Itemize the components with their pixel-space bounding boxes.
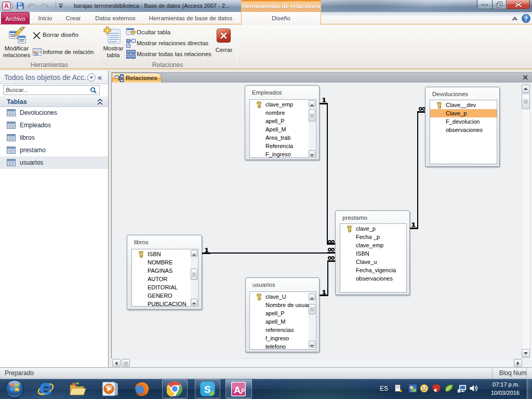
svg-text:A: A [234, 384, 241, 395]
svg-text:S: S [204, 384, 211, 395]
svg-text:?: ? [525, 15, 528, 22]
svg-text:A: A [4, 2, 9, 10]
